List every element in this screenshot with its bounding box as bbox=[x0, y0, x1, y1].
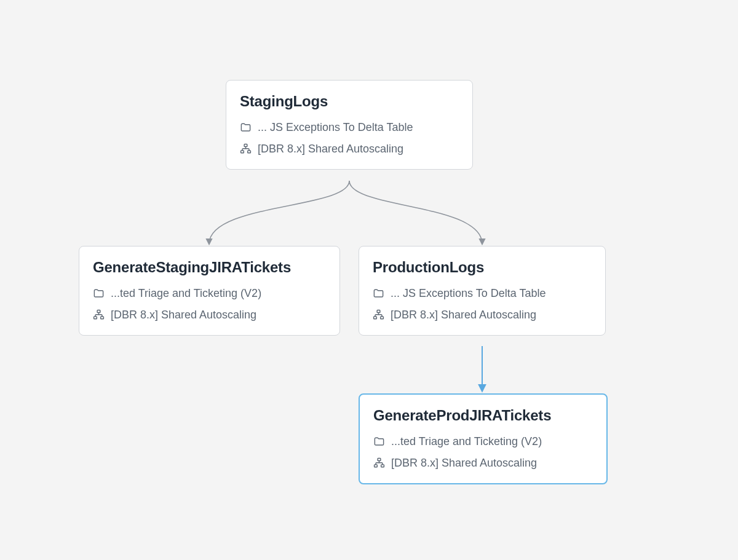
task-title: StagingLogs bbox=[240, 93, 459, 110]
folder-icon bbox=[373, 288, 384, 299]
task-cluster: [DBR 8.x] Shared Autoscaling bbox=[240, 143, 459, 156]
task-node-generate-prod[interactable]: GenerateProdJIRATickets ...ted Triage an… bbox=[359, 393, 608, 484]
task-notebook: ...ted Triage and Ticketing (V2) bbox=[373, 435, 593, 448]
cluster-icon bbox=[373, 309, 384, 321]
task-cluster-label: [DBR 8.x] Shared Autoscaling bbox=[391, 457, 537, 470]
task-cluster-label: [DBR 8.x] Shared Autoscaling bbox=[258, 143, 403, 156]
task-node-generate-staging[interactable]: GenerateStagingJIRATickets ...ted Triage… bbox=[79, 246, 340, 336]
folder-icon bbox=[93, 288, 105, 299]
task-notebook-label: ...ted Triage and Ticketing (V2) bbox=[111, 287, 261, 300]
task-cluster: [DBR 8.x] Shared Autoscaling bbox=[373, 457, 593, 470]
task-title: GenerateProdJIRATickets bbox=[373, 407, 593, 424]
folder-icon bbox=[240, 122, 252, 133]
task-cluster: [DBR 8.x] Shared Autoscaling bbox=[373, 309, 592, 321]
task-cluster: [DBR 8.x] Shared Autoscaling bbox=[93, 309, 326, 321]
diagram-canvas[interactable]: StagingLogs ... JS Exceptions To Delta T… bbox=[0, 0, 738, 560]
cluster-icon bbox=[373, 457, 385, 469]
edge-staging-to-generate-staging bbox=[209, 181, 349, 244]
task-cluster-label: [DBR 8.x] Shared Autoscaling bbox=[391, 309, 536, 321]
task-node-production-logs[interactable]: ProductionLogs ... JS Exceptions To Delt… bbox=[359, 246, 606, 336]
folder-icon bbox=[373, 436, 385, 448]
task-node-staging-logs[interactable]: StagingLogs ... JS Exceptions To Delta T… bbox=[226, 80, 473, 170]
task-notebook-label: ...ted Triage and Ticketing (V2) bbox=[391, 435, 542, 448]
task-notebook: ...ted Triage and Ticketing (V2) bbox=[93, 287, 326, 300]
task-notebook-label: ... JS Exceptions To Delta Table bbox=[391, 287, 546, 300]
cluster-icon bbox=[93, 309, 105, 321]
task-cluster-label: [DBR 8.x] Shared Autoscaling bbox=[111, 309, 256, 321]
edge-staging-to-production bbox=[349, 181, 482, 244]
task-title: GenerateStagingJIRATickets bbox=[93, 259, 326, 276]
cluster-icon bbox=[240, 143, 252, 155]
task-notebook: ... JS Exceptions To Delta Table bbox=[240, 121, 459, 134]
task-notebook: ... JS Exceptions To Delta Table bbox=[373, 287, 592, 300]
task-notebook-label: ... JS Exceptions To Delta Table bbox=[258, 121, 413, 134]
task-title: ProductionLogs bbox=[373, 259, 592, 276]
